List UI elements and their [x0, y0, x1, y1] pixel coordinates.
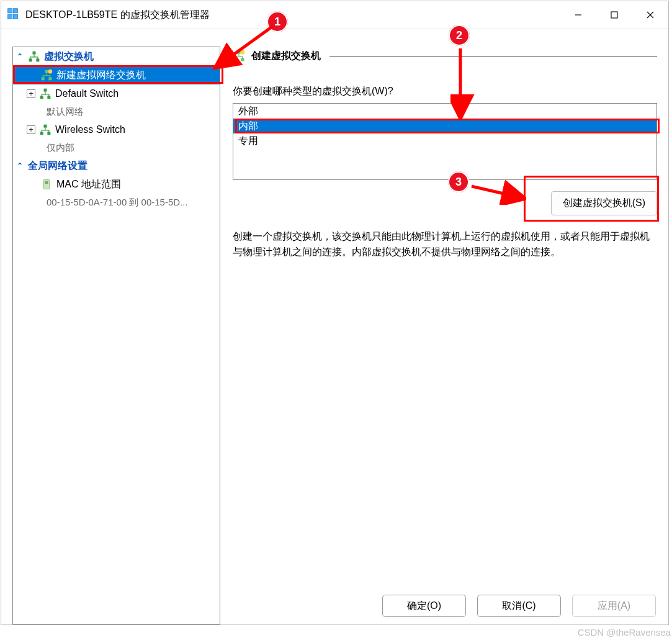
- main-panel: 创建虚拟交换机 你要创建哪种类型的虚拟交换机(W)? 外部 内部 专用 创建虚拟…: [233, 47, 657, 624]
- svg-rect-2: [8, 14, 12, 19]
- sidebar-item-subtext: 默认网络: [13, 103, 220, 120]
- section-title: 创建虚拟交换机: [251, 50, 321, 63]
- new-switch-icon: [40, 69, 53, 81]
- sidebar-category-global[interactable]: ⌃ 全局网络设置: [13, 156, 220, 175]
- svg-rect-10: [36, 58, 39, 61]
- sidebar-item-subtext: 仅内部: [13, 139, 220, 156]
- switch-icon: [39, 88, 52, 100]
- sidebar-item-default-switch[interactable]: + Default Switch: [13, 84, 220, 103]
- switch-type-listbox[interactable]: 外部 内部 专用: [233, 103, 657, 180]
- sidebar-item-wireless-switch[interactable]: + Wireless Switch: [13, 120, 220, 139]
- divider: [329, 56, 657, 56]
- titlebar: DESKTOP-1LB59TE 的虚拟交换机管理器: [1, 1, 668, 29]
- collapse-icon: ⌃: [16, 52, 24, 61]
- svg-rect-15: [44, 89, 47, 92]
- minimize-button[interactable]: [560, 1, 596, 29]
- svg-point-14: [48, 70, 53, 74]
- sidebar-item-mac-range[interactable]: MAC 地址范围: [13, 175, 220, 194]
- svg-rect-5: [611, 12, 617, 18]
- sidebar-item-subtext: 00-15-5D-0A-71-00 到 00-15-5D...: [13, 194, 220, 211]
- apply-button: 应用(A): [572, 595, 656, 617]
- annotation-badge-1: 1: [267, 11, 288, 32]
- maximize-button[interactable]: [596, 1, 632, 29]
- switch-type-option-internal[interactable]: 内部: [233, 119, 656, 133]
- svg-rect-22: [45, 181, 48, 184]
- svg-rect-19: [40, 132, 43, 135]
- nic-icon: [40, 178, 53, 191]
- svg-rect-24: [234, 58, 237, 61]
- svg-rect-23: [238, 51, 241, 54]
- sidebar-category-switches[interactable]: ⌃ 虚拟交换机: [13, 47, 220, 66]
- svg-rect-13: [48, 77, 52, 80]
- svg-point-26: [241, 50, 245, 55]
- annotation-badge-3: 3: [448, 171, 469, 192]
- svg-rect-21: [43, 180, 50, 189]
- svg-rect-17: [47, 96, 50, 99]
- sidebar-item-label: MAC 地址范围: [56, 178, 121, 191]
- switch-icon: [39, 124, 52, 136]
- svg-rect-18: [44, 125, 47, 128]
- switch-type-description: 创建一个虚拟交换机，该交换机只能由此物理计算机上运行的虚拟机使用，或者只能用于虚…: [233, 229, 657, 260]
- switch-icon: [28, 50, 40, 63]
- close-button[interactable]: [632, 1, 668, 29]
- collapse-icon: ⌃: [16, 161, 24, 170]
- svg-rect-9: [29, 58, 32, 61]
- sidebar-category-label: 虚拟交换机: [44, 50, 94, 63]
- svg-rect-25: [241, 58, 244, 61]
- svg-rect-11: [45, 70, 48, 73]
- watermark: CSDN @theRavensea: [578, 627, 671, 638]
- section-header: 创建虚拟交换机: [233, 47, 657, 65]
- new-switch-icon: [233, 50, 245, 62]
- window-title: DESKTOP-1LB59TE 的虚拟交换机管理器: [25, 9, 210, 22]
- annotation-badge-2: 2: [449, 25, 470, 46]
- expand-icon[interactable]: +: [27, 125, 35, 134]
- expand-icon[interactable]: +: [27, 89, 35, 98]
- ok-button[interactable]: 确定(O): [382, 595, 466, 617]
- sidebar-category-label: 全局网络设置: [28, 160, 87, 173]
- switch-type-option-external[interactable]: 外部: [233, 104, 656, 119]
- sidebar-item-label: Default Switch: [55, 88, 119, 99]
- sidebar-item-label: Wireless Switch: [55, 124, 125, 135]
- sidebar-item-label: 新建虚拟网络交换机: [56, 69, 146, 82]
- sidebar-item-new-switch[interactable]: 新建虚拟网络交换机: [13, 66, 220, 84]
- create-switch-button[interactable]: 创建虚拟交换机(S): [551, 191, 657, 215]
- sidebar-tree[interactable]: ⌃ 虚拟交换机 新建虚拟网络交换机 + Default Switch 默认网络: [12, 47, 220, 624]
- switch-type-prompt: 你要创建哪种类型的虚拟交换机(W)?: [233, 85, 657, 98]
- svg-rect-20: [47, 132, 50, 135]
- vswitch-manager-icon: [6, 7, 19, 22]
- svg-rect-0: [8, 9, 12, 13]
- switch-type-option-private[interactable]: 专用: [233, 133, 656, 148]
- cancel-button[interactable]: 取消(C): [477, 595, 561, 617]
- svg-rect-1: [13, 9, 17, 13]
- svg-rect-12: [42, 77, 45, 80]
- svg-rect-3: [13, 14, 17, 19]
- svg-rect-16: [40, 96, 43, 99]
- svg-rect-8: [33, 52, 36, 55]
